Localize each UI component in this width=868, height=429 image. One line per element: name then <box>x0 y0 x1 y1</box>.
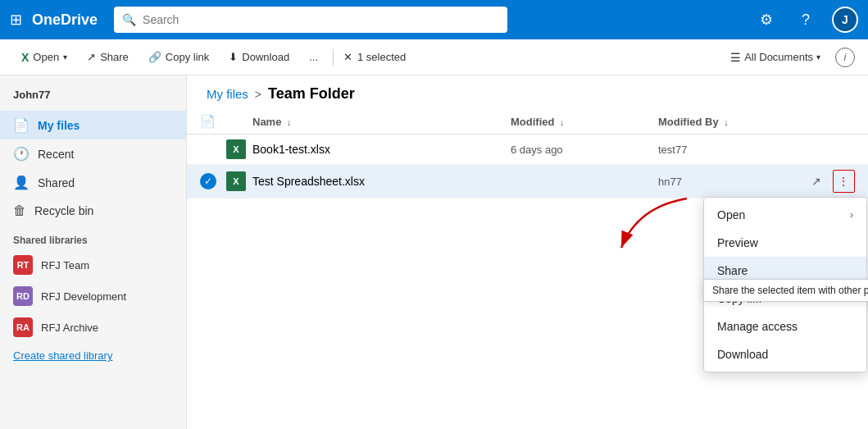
commandbar: X Open ▾ ↗ Share 🔗 Copy link ⬇ Download … <box>0 39 868 75</box>
sidebar: John77 📄 My files 🕐 Recent 👤 Shared 🗑 Re… <box>0 75 187 429</box>
list-icon: ☰ <box>730 51 741 64</box>
share-tooltip: Share the selected item with other peopl… <box>703 279 868 302</box>
search-input[interactable] <box>143 13 499 26</box>
ctx-download[interactable]: Download <box>704 340 866 368</box>
grid-icon[interactable]: ⊞ <box>10 11 22 29</box>
col-checkbox: 📄 <box>200 114 226 129</box>
link-icon: 🔗 <box>148 51 161 63</box>
ctx-open[interactable]: Open › <box>704 201 866 229</box>
table-row[interactable]: X Book1-test.xlsx 6 days ago test77 <box>187 135 868 165</box>
breadcrumb-separator: > <box>255 88 261 101</box>
modified-sort-icon: ↓ <box>560 117 565 127</box>
info-button[interactable]: i <box>835 48 855 67</box>
create-shared-library[interactable]: Create shared library <box>0 343 186 368</box>
row2-modified-by: hn77 <box>658 176 806 188</box>
search-icon: 🔍 <box>122 13 136 26</box>
row2-icon: X <box>226 171 252 191</box>
row2-checkbox[interactable]: ✓ <box>200 173 226 189</box>
selected-check-icon: ✓ <box>200 173 216 189</box>
breadcrumb-current: Team Folder <box>268 85 355 103</box>
shared-libraries-title: Shared libraries <box>0 225 186 249</box>
row2-name: Test Spreadsheet.xlsx <box>252 175 511 188</box>
content-area: My files > Team Folder 📄 Name ↓ Modified… <box>187 75 868 429</box>
app-brand: OneDrive <box>32 11 98 29</box>
table-row[interactable]: ✓ X Test Spreadsheet.xlsx hn77 ↗ ⋮ <box>187 165 868 199</box>
chevron-down-icon: ▾ <box>816 52 820 62</box>
help-icon[interactable]: ? <box>793 7 819 33</box>
name-sort-icon: ↓ <box>287 117 292 127</box>
selected-count: ✕ 1 selected <box>343 51 406 63</box>
row2-actions: ↗ ⋮ <box>806 170 855 193</box>
rfj-team-badge: RT <box>13 255 33 275</box>
close-selected-icon[interactable]: ✕ <box>343 51 352 63</box>
modified-by-sort-icon: ↓ <box>724 117 729 127</box>
copy-link-button[interactable]: 🔗 Copy link <box>140 47 217 67</box>
row1-name: Book1-test.xlsx <box>252 143 511 156</box>
sidebar-item-myfiles[interactable]: 📄 My files <box>0 111 186 139</box>
shared-icon: 👤 <box>13 175 30 190</box>
all-docs-button[interactable]: ☰ All Documents ▾ <box>722 47 829 68</box>
rfj-dev-badge: RD <box>13 286 33 306</box>
commandbar-right: ☰ All Documents ▾ i <box>722 47 855 68</box>
file-icon-header: 📄 <box>200 114 216 128</box>
col-name[interactable]: Name ↓ <box>252 116 511 128</box>
excel-file-icon: X <box>226 139 246 159</box>
main-layout: John77 📄 My files 🕐 Recent 👤 Shared 🗑 Re… <box>0 75 868 429</box>
sidebar-username: John77 <box>0 82 186 111</box>
col-modified[interactable]: Modified ↓ <box>511 116 658 128</box>
excel-icon: X <box>21 51 29 64</box>
row1-modified: 6 days ago <box>511 144 658 156</box>
sidebar-library-rfj-team[interactable]: RT RFJ Team <box>0 249 186 281</box>
row1-icon: X <box>226 139 252 159</box>
topbar: ⊞ OneDrive 🔍 ⚙ ? J <box>0 0 868 39</box>
download-icon: ⬇ <box>229 51 238 63</box>
rfj-archive-badge: RA <box>13 317 33 337</box>
avatar[interactable]: J <box>832 7 858 33</box>
sidebar-library-rfj-archive[interactable]: RA RFJ Archive <box>0 312 186 343</box>
share-row-button[interactable]: ↗ <box>806 170 828 193</box>
open-button[interactable]: X Open ▾ <box>13 47 75 68</box>
more-row-button[interactable]: ⋮ <box>833 170 855 193</box>
chevron-down-icon: ▾ <box>63 52 67 62</box>
separator <box>333 49 334 66</box>
download-button[interactable]: ⬇ Download <box>220 47 298 67</box>
sidebar-library-rfj-dev[interactable]: RD RFJ Development <box>0 281 186 312</box>
ctx-preview[interactable]: Preview <box>704 229 866 257</box>
file-list-header: 📄 Name ↓ Modified ↓ Modified By ↓ <box>187 109 868 135</box>
share-icon: ↗ <box>87 51 96 63</box>
sidebar-item-recent[interactable]: 🕐 Recent <box>0 139 186 168</box>
share-button[interactable]: ↗ Share <box>79 47 137 67</box>
ctx-manage-access[interactable]: Manage access <box>704 313 866 340</box>
row1-modified-by: test77 <box>658 144 806 156</box>
search-box[interactable]: 🔍 <box>114 7 507 33</box>
more-button[interactable]: ... <box>301 47 326 67</box>
ctx-arrow-icon: › <box>850 209 853 221</box>
excel-file-icon: X <box>226 171 246 191</box>
breadcrumb: My files > Team Folder <box>187 75 868 109</box>
sidebar-item-shared[interactable]: 👤 Shared <box>0 168 186 197</box>
myfiles-icon: 📄 <box>13 117 30 133</box>
recycle-icon: 🗑 <box>13 203 26 218</box>
breadcrumb-parent[interactable]: My files <box>207 87 248 101</box>
sidebar-item-recycle[interactable]: 🗑 Recycle bin <box>0 197 186 225</box>
settings-icon[interactable]: ⚙ <box>753 7 779 33</box>
recent-icon: 🕐 <box>13 146 30 162</box>
topbar-right: ⚙ ? J <box>753 7 858 33</box>
col-modified-by[interactable]: Modified By ↓ <box>658 116 806 128</box>
